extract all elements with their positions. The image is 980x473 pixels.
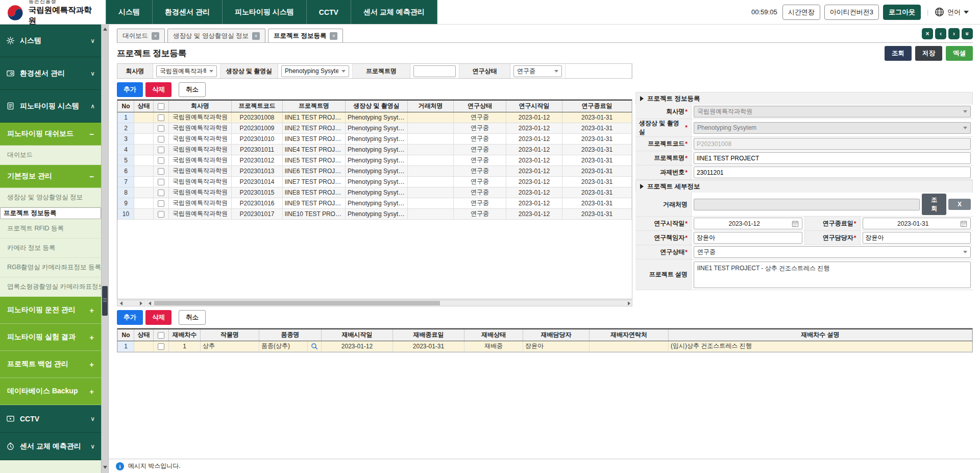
grid1-cancel-button[interactable]: 취소 <box>179 82 206 97</box>
grid1-cell[interactable] <box>154 208 169 219</box>
grid1-cell[interactable] <box>154 198 169 208</box>
grid2-cell[interactable] <box>308 341 322 351</box>
table-row[interactable]: 7국립원예특작과학원P202301014lINE7 TEST PROJECTPh… <box>118 176 632 187</box>
search-magnifier-icon[interactable] <box>311 343 318 350</box>
client-clear-button[interactable]: X <box>948 199 971 210</box>
row-checkbox[interactable] <box>158 136 164 143</box>
user-account-button[interactable]: 아이티컨버전3 <box>824 5 879 20</box>
excel-button[interactable]: 엑셀 <box>946 46 973 61</box>
grid1-delete-button[interactable]: 삭제 <box>145 82 172 97</box>
grid1-cell[interactable] <box>154 112 169 123</box>
scroll-left-icon[interactable] <box>120 301 122 305</box>
sidebar-subitem-12[interactable]: 엽록소형광촬영실 카메라좌표정보 등록 <box>0 277 101 297</box>
sidebar-section-13[interactable]: 피노타이핑 운전 관리+ <box>0 297 101 324</box>
client-search-button[interactable]: 조회 <box>922 194 946 215</box>
main-nav-item-2[interactable]: 환경센서 관리 <box>153 0 223 24</box>
sidebar-subitem-7[interactable]: 생장상 및 영상촬영실 정보 <box>0 188 101 207</box>
table-row[interactable]: 9국립원예특작과학원P202301016lINE9 TEST PROJECTPh… <box>118 198 632 208</box>
main-nav-item-3[interactable]: 피노타이핑 시스템 <box>223 0 307 24</box>
grid1-cell[interactable] <box>154 123 169 133</box>
sidebar-item-2[interactable]: 환경센서 관리∨ <box>0 57 101 90</box>
sidebar-subitem-10[interactable]: 카메라 정보 등록 <box>0 239 101 258</box>
project-description-textarea[interactable] <box>694 262 971 288</box>
org-logo[interactable]: 농촌진흥청 국립원예특작과학원 <box>0 0 106 24</box>
select-all-checkbox[interactable] <box>158 332 164 339</box>
table-row[interactable]: 4국립원예특작과학원P202301011lINE4 TEST PROJECTPh… <box>118 144 632 155</box>
main-pane-scrollbar[interactable] <box>146 300 632 306</box>
filter-select-1[interactable]: 국립원예특작과학원 <box>156 65 217 77</box>
tab-3[interactable]: 프로젝트 정보등록× <box>268 29 343 42</box>
grid1-cell[interactable] <box>154 144 169 155</box>
calendar-icon[interactable] <box>792 220 799 227</box>
main-nav-item-5[interactable]: 센서 교체 예측관리 <box>351 0 437 24</box>
tab-1[interactable]: 대쉬보드× <box>117 29 165 42</box>
row-checkbox[interactable] <box>158 168 164 175</box>
table-row[interactable]: 11상추품종(상추)2023-01-122023-01-31재배중장윤아(임시)… <box>118 341 972 351</box>
next-tab-button[interactable]: › <box>948 28 960 39</box>
sidebar-item-17[interactable]: CCTV∨ <box>0 405 101 433</box>
research-manager-input[interactable] <box>863 232 971 244</box>
tab-close-icon[interactable]: × <box>330 32 337 40</box>
row-checkbox[interactable] <box>158 125 164 132</box>
grid1-add-button[interactable]: 추가 <box>117 82 143 97</box>
grid2-add-button[interactable]: 추가 <box>117 310 143 325</box>
select-all-checkbox[interactable] <box>158 103 164 110</box>
project-name-input[interactable] <box>694 152 971 164</box>
grid2-cancel-button[interactable]: 취소 <box>179 310 206 325</box>
table-row[interactable]: 8국립원예특작과학원P202301015lINE8 TEST PROJECTPh… <box>118 187 632 198</box>
save-button[interactable]: 저장 <box>915 46 942 61</box>
sidebar-subitem-9[interactable]: 프로젝트 RFID 등록 <box>0 219 101 239</box>
sidebar-section-15[interactable]: 프로젝트 백업 관리+ <box>0 351 101 378</box>
scroll-right-icon[interactable] <box>628 301 630 305</box>
sidebar-subitem-8[interactable]: 프로젝트 정보등록 <box>0 207 101 219</box>
row-checkbox[interactable] <box>158 179 164 185</box>
sidebar-subitem-11[interactable]: RGB촬영실 카메라좌표정보 등록 <box>0 258 101 277</box>
extend-time-button[interactable]: 시간연장 <box>782 5 820 20</box>
grid2-delete-button[interactable]: 삭제 <box>145 310 172 325</box>
table-row[interactable]: 2국립원예특작과학원P202301009lINE2 TEST PROJECTPh… <box>118 123 632 133</box>
scrollbar-thumb[interactable] <box>154 301 440 305</box>
scroll-right-icon[interactable] <box>140 301 142 305</box>
close-all-tabs-button[interactable]: × <box>922 28 933 39</box>
task-number-input[interactable] <box>694 167 971 178</box>
research-lead-input[interactable] <box>694 232 802 244</box>
row-checkbox[interactable] <box>158 211 164 218</box>
prev-tab-button[interactable]: ‹ <box>935 28 946 39</box>
grid1-horizontal-scrollbar[interactable] <box>117 300 632 306</box>
scroll-up-icon[interactable] <box>103 28 107 31</box>
research-end-date[interactable]: 2023-01-31 <box>863 218 971 229</box>
main-nav-item-1[interactable]: 시스템 <box>106 0 153 24</box>
tab-2[interactable]: 생장상 및 영상촬영실 정보× <box>167 29 265 42</box>
research-state-select[interactable]: 연구중 <box>694 246 971 258</box>
filter-input-3[interactable] <box>413 65 456 77</box>
row-checkbox[interactable] <box>158 114 164 121</box>
calendar-icon[interactable] <box>960 220 967 227</box>
table-row[interactable]: 3국립원예특작과학원P202301010lINE3 TEST PROJECTPh… <box>118 133 632 144</box>
sidebar-scrollbar[interactable] <box>101 25 109 473</box>
frozen-pane-scrollbar[interactable] <box>117 300 145 306</box>
table-row[interactable]: 6국립원예특작과학원P202301013lINE6 TEST PROJECTPh… <box>118 165 632 176</box>
sidebar-subitem-5[interactable]: 대쉬보드 <box>0 146 101 165</box>
grid1-cell[interactable] <box>154 165 169 176</box>
row-checkbox[interactable] <box>158 157 164 164</box>
grid1-cell[interactable] <box>154 187 169 198</box>
grid1-cell[interactable] <box>154 133 169 144</box>
sidebar-section-16[interactable]: 데이타베이스 Backup+ <box>0 378 101 405</box>
sidebar-item-1[interactable]: 시스템∨ <box>0 25 101 57</box>
sidebar-section-4[interactable]: 피노타이핑 대쉬보드− <box>0 123 101 146</box>
table-row[interactable]: 10국립원예특작과학원P202301017lINE10 TEST PROJECT… <box>118 208 632 219</box>
main-nav-item-4[interactable]: CCTV <box>307 0 351 24</box>
logout-button[interactable]: 로그아웃 <box>883 5 921 20</box>
query-button[interactable]: 조회 <box>885 46 912 61</box>
scroll-down-icon[interactable] <box>103 466 107 469</box>
tab-close-icon[interactable]: × <box>252 32 260 40</box>
sidebar-item-3[interactable]: 피노타이핑 시스템∧ <box>0 90 101 123</box>
row-checkbox[interactable] <box>158 190 164 196</box>
sidebar-scrollbar-thumb[interactable] <box>102 286 108 316</box>
grid1-vertical-scrollbar[interactable] <box>632 100 632 299</box>
table-row[interactable]: 5국립원예특작과학원P202301012lINE5 TEST PROJECTPh… <box>118 155 632 165</box>
grid1-cell[interactable] <box>154 155 169 165</box>
filter-select-2[interactable]: Phenotyping Sysytem <box>281 65 349 77</box>
grid2-cell[interactable] <box>154 341 169 351</box>
grid1-cell[interactable] <box>154 176 169 187</box>
